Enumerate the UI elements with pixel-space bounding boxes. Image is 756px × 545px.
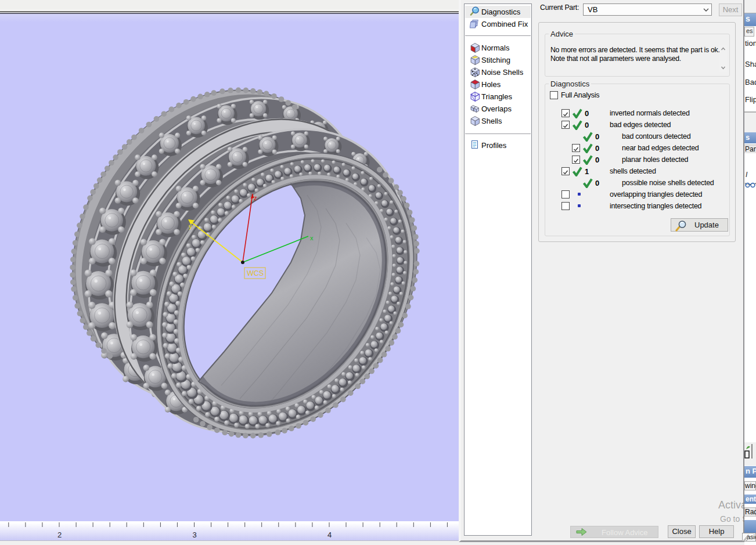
svg-text:z: z [254, 194, 257, 201]
svg-text:4: 4 [327, 530, 332, 539]
svg-text:y: y [189, 223, 192, 230]
svg-text:2: 2 [57, 530, 62, 539]
svg-text:x: x [310, 234, 314, 241]
svg-text:WCS: WCS [247, 269, 264, 277]
svg-text:3: 3 [192, 530, 196, 539]
